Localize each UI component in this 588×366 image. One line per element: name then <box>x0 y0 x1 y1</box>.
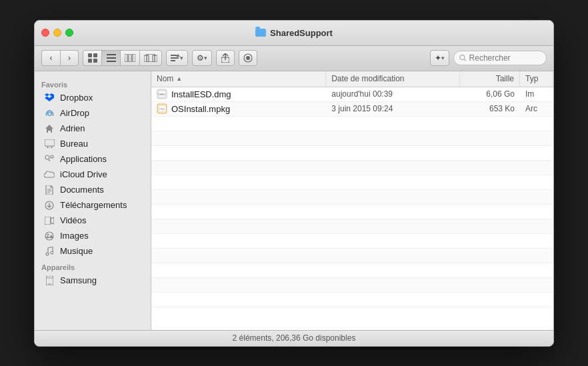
maximize-button[interactable] <box>65 29 73 37</box>
sidebar-item-adrien[interactable]: Adrien <box>37 121 148 136</box>
sort-arrow: ▲ <box>176 75 182 82</box>
svg-point-22 <box>48 112 51 115</box>
file-name-cell: DMG InstallESD.dmg <box>151 87 326 101</box>
view-list-button[interactable] <box>101 50 120 66</box>
empty-row <box>151 234 553 249</box>
dmg-file-icon: DMG <box>157 89 167 99</box>
dropbox-button[interactable]: ✦ ▾ <box>430 50 449 66</box>
pkg-file-icon: PKG <box>157 103 167 114</box>
svg-rect-6 <box>107 61 116 62</box>
videos-icon <box>44 215 55 226</box>
view-columns-button[interactable] <box>120 50 139 66</box>
sidebar-item-dropbox[interactable]: Dropbox <box>37 91 148 105</box>
sidebar-item-label: Dropbox <box>60 93 93 103</box>
statusbar-text: 2 éléments, 206,36 Go disponibles <box>233 333 356 343</box>
sidebar-item-documents[interactable]: Documents <box>37 183 148 197</box>
back-icon: ‹ <box>50 53 53 63</box>
svg-rect-3 <box>93 59 97 63</box>
dropbox-icon: ✦ <box>435 53 441 63</box>
file-date-cell: aujourd'hui 00:39 <box>326 87 460 101</box>
airdrop-icon <box>44 108 55 119</box>
file-date: aujourd'hui 00:39 <box>331 89 393 99</box>
svg-point-37 <box>46 253 49 255</box>
header-name-label: Nom <box>157 74 173 83</box>
view-icon-button[interactable] <box>83 50 101 66</box>
close-button[interactable] <box>41 29 49 37</box>
sidebar-item-label: Documents <box>60 185 104 195</box>
sidebar-item-applications[interactable]: Applications <box>37 152 148 167</box>
empty-row <box>151 190 553 205</box>
sidebar-item-label: Images <box>60 231 89 241</box>
action-arrow: ▾ <box>204 55 207 61</box>
sidebar-item-label: Téléchargements <box>60 200 127 210</box>
svg-point-28 <box>51 155 53 158</box>
table-row[interactable]: DMG InstallESD.dmg aujourd'hui 00:39 6,0… <box>151 87 553 102</box>
sidebar-item-icloud[interactable]: iCloud Drive <box>37 167 148 182</box>
svg-rect-9 <box>133 54 135 62</box>
svg-rect-8 <box>129 54 131 62</box>
minimize-button[interactable] <box>53 29 61 37</box>
sidebar-item-bureau[interactable]: Bureau <box>37 137 148 151</box>
share-button[interactable] <box>216 50 235 66</box>
icloud-icon <box>44 169 55 180</box>
file-size-cell: 653 Ko <box>460 102 520 116</box>
empty-row <box>151 263 553 278</box>
forward-button[interactable]: › <box>60 50 79 66</box>
tag-button[interactable] <box>239 50 257 66</box>
arrange-button[interactable]: ▾ <box>166 50 188 66</box>
sidebar-item-samsung[interactable]: Samsung <box>37 273 148 288</box>
arrange-icon <box>171 54 180 62</box>
svg-rect-14 <box>171 57 179 59</box>
svg-rect-0 <box>88 53 92 57</box>
empty-row <box>151 278 553 293</box>
table-row[interactable]: PKG OSInstall.mpkg 3 juin 2015 09:24 653… <box>151 102 553 117</box>
sidebar-item-telechargements[interactable]: Téléchargements <box>37 198 148 213</box>
music-icon <box>44 246 55 257</box>
sidebar-item-airdrop[interactable]: AirDrop <box>37 106 148 121</box>
header-size[interactable]: Taille <box>460 71 520 87</box>
file-size: 6,06 Go <box>486 89 515 99</box>
header-size-label: Taille <box>496 74 514 83</box>
file-name: OSInstall.mpkg <box>171 104 230 114</box>
sidebar-item-label: Adrien <box>60 123 85 133</box>
view-coverflow-button[interactable] <box>139 50 162 66</box>
forward-icon: › <box>68 53 71 63</box>
folder-icon <box>255 29 266 37</box>
action-button[interactable]: ⚙ ▾ <box>192 50 212 66</box>
window-title: SharedSupport <box>255 28 333 38</box>
applications-icon <box>44 154 55 165</box>
svg-rect-1 <box>93 53 97 57</box>
back-button[interactable]: ‹ <box>41 50 60 66</box>
svg-rect-7 <box>125 54 127 62</box>
gear-icon: ⚙ <box>197 53 204 63</box>
empty-row <box>151 293 553 307</box>
file-date: 3 juin 2015 09:24 <box>331 104 393 113</box>
svg-point-38 <box>51 251 53 254</box>
title-text: SharedSupport <box>270 28 333 38</box>
header-date[interactable]: Date de modification <box>326 71 460 87</box>
search-box[interactable] <box>453 51 547 65</box>
header-type[interactable]: Typ <box>520 71 553 87</box>
titlebar: SharedSupport <box>35 21 553 46</box>
svg-rect-13 <box>171 55 177 56</box>
file-type-cell: Arc <box>520 102 553 116</box>
coverflow-view-icon <box>144 54 157 62</box>
svg-rect-34 <box>45 217 51 225</box>
search-input[interactable] <box>469 53 541 63</box>
header-name[interactable]: Nom ▲ <box>151 71 326 87</box>
sidebar-item-musique[interactable]: Musique <box>37 244 148 259</box>
file-type: Im <box>525 89 534 99</box>
header-date-label: Date de modification <box>331 74 404 83</box>
share-icon <box>221 53 229 63</box>
statusbar: 2 éléments, 206,36 Go disponibles <box>35 330 553 346</box>
toolbar: ‹ › <box>35 46 553 71</box>
list-view-icon <box>107 54 116 62</box>
header-type-label: Typ <box>525 74 538 83</box>
svg-point-27 <box>45 155 49 159</box>
dropbox-icon <box>44 93 55 103</box>
main-content: Favoris Dropbox AirDrop Adrien <box>35 71 553 330</box>
sidebar-item-label: Bureau <box>60 139 88 149</box>
sidebar-item-videos[interactable]: Vidéos <box>37 213 148 228</box>
sidebar-item-images[interactable]: Images <box>37 229 148 243</box>
sidebar-item-label: Samsung <box>60 275 97 285</box>
